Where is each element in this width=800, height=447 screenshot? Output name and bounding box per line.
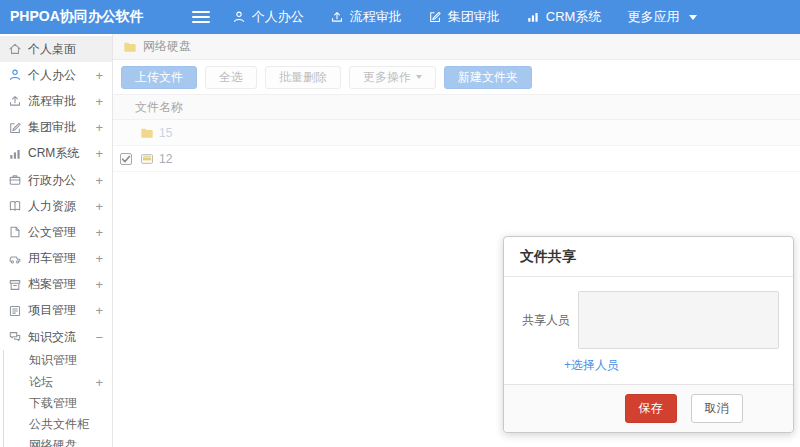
project-icon	[8, 304, 22, 318]
sidebar-subitem-label: 公共文件柜	[29, 416, 89, 433]
chat-icon	[8, 330, 22, 344]
sidebar-subitem-label: 论坛	[29, 374, 53, 391]
sidebar-item-label: 集团审批	[28, 119, 76, 136]
sidebar-item[interactable]: 流程审批 +	[0, 88, 112, 114]
file-share-dialog: 文件共享 共享人员 +选择人员 保存 取消	[503, 236, 794, 433]
sidebar-item-label: 流程审批	[28, 93, 76, 110]
topbar-nav-label: CRM系统	[546, 8, 602, 26]
sidebar-item[interactable]: 行政办公 +	[0, 167, 112, 193]
table-header: 文件名称	[113, 94, 800, 120]
topbar-nav-item[interactable]: 流程审批	[330, 8, 402, 26]
sidebar-item-label: 公文管理	[28, 224, 76, 241]
table-row[interactable]: 15	[113, 120, 800, 146]
user-icon	[232, 10, 246, 24]
topbar-nav-item[interactable]: 集团审批	[428, 8, 500, 26]
expand-toggle-icon[interactable]: −	[95, 331, 103, 344]
breadcrumb: 网络硬盘	[113, 34, 800, 60]
sidebar-subitem[interactable]: 下载管理	[4, 393, 112, 414]
sidebar-subitem-label: 网络硬盘	[29, 437, 77, 447]
dialog-title: 文件共享	[504, 237, 793, 277]
sidebar-subitem-label: 下载管理	[29, 395, 77, 412]
select-all-button[interactable]: 全选	[205, 66, 257, 89]
batch-delete-button[interactable]: 批量删除	[265, 66, 341, 89]
sidebar-subitem[interactable]: 公共文件柜	[4, 414, 112, 435]
expand-toggle-icon[interactable]: +	[95, 174, 103, 187]
expand-toggle-icon[interactable]: +	[95, 69, 103, 82]
sidebar-submenu: 知识管理 论坛 + 下载管理 公共文件柜 网络硬盘	[3, 350, 112, 447]
share-members-field[interactable]	[578, 291, 779, 349]
briefcase-icon	[8, 173, 22, 187]
file-name[interactable]: 15	[159, 126, 172, 140]
expand-toggle-icon[interactable]: +	[95, 147, 103, 160]
sidebar-subitem-label: 知识管理	[29, 352, 77, 369]
save-button[interactable]: 保存	[625, 394, 677, 423]
edit-icon	[428, 10, 442, 24]
upload-icon	[330, 10, 344, 24]
cancel-button[interactable]: 取消	[691, 394, 743, 423]
sidebar-item[interactable]: 项目管理 +	[0, 298, 112, 324]
folder-icon	[123, 40, 137, 54]
caret-down-icon	[689, 15, 697, 20]
file-icon	[139, 152, 155, 166]
sidebar-item-label: 行政办公	[28, 172, 76, 189]
edit-icon	[8, 121, 22, 135]
sidebar-item-label: 项目管理	[28, 302, 76, 319]
topbar-nav: 个人办公 流程审批 集团审批 CRM系统 更多应用	[232, 8, 698, 26]
document-icon	[8, 225, 22, 239]
sidebar-subitem[interactable]: 论坛 +	[4, 371, 112, 392]
sidebar-item[interactable]: 档案管理 +	[0, 272, 112, 298]
sidebar-item[interactable]: CRM系统 +	[0, 141, 112, 167]
expand-toggle-icon[interactable]: +	[95, 278, 103, 291]
topbar-nav-label: 集团审批	[448, 8, 500, 26]
toolbar: 上传文件 全选 批量删除 更多操作 新建文件夹	[113, 60, 800, 94]
sidebar-item-label: 个人桌面	[28, 41, 76, 58]
expand-toggle-icon[interactable]: +	[95, 95, 103, 108]
sidebar-item[interactable]: 个人桌面	[0, 36, 112, 62]
expand-toggle-icon[interactable]: +	[95, 226, 103, 239]
caret-down-icon	[416, 75, 422, 79]
sidebar-item[interactable]: 人力资源 +	[0, 193, 112, 219]
file-name[interactable]: 12	[159, 152, 172, 166]
car-icon	[8, 252, 22, 266]
sidebar-item[interactable]: 个人办公 +	[0, 62, 112, 88]
expand-toggle-icon[interactable]: +	[95, 304, 103, 317]
sidebar-item-label: 个人办公	[28, 67, 76, 84]
dialog-body: 共享人员	[504, 277, 793, 349]
topbar-nav-label: 个人办公	[252, 8, 304, 26]
topbar-nav-item[interactable]: 个人办公	[232, 8, 304, 26]
select-members-link[interactable]: +选择人员	[564, 357, 619, 374]
sidebar-subitem[interactable]: 网络硬盘	[4, 435, 112, 447]
chart-icon	[526, 10, 540, 24]
topbar-nav-item[interactable]: CRM系统	[526, 8, 602, 26]
hamburger-menu-icon[interactable]	[192, 11, 210, 23]
expand-toggle-icon[interactable]: +	[95, 200, 103, 213]
sidebar-item[interactable]: 公文管理 +	[0, 219, 112, 245]
sidebar: 个人桌面 个人办公 + 流程审批 + 集团审批 + CRM系统 + 行政办公 +…	[0, 34, 113, 447]
topbar-nav-label: 更多应用	[627, 8, 679, 26]
user-icon	[8, 68, 22, 82]
book-icon	[8, 199, 22, 213]
share-members-label: 共享人员	[518, 312, 570, 329]
chart-icon	[8, 147, 22, 161]
sidebar-subitem[interactable]: 知识管理	[4, 350, 112, 371]
folder-icon	[139, 126, 155, 140]
file-table-body: 15 12	[113, 120, 800, 172]
sidebar-item[interactable]: 用车管理 +	[0, 246, 112, 272]
upload-icon	[8, 94, 22, 108]
sidebar-item[interactable]: 集团审批 +	[0, 115, 112, 141]
home-icon	[8, 42, 22, 56]
sidebar-item-label: 知识交流	[28, 329, 76, 346]
expand-toggle-icon[interactable]: +	[95, 121, 103, 134]
row-checkbox[interactable]	[120, 153, 132, 165]
sidebar-menu: 个人桌面 个人办公 + 流程审批 + 集团审批 + CRM系统 + 行政办公 +…	[0, 34, 112, 350]
table-row[interactable]: 12	[113, 146, 800, 172]
topbar-nav-item[interactable]: 更多应用	[627, 8, 697, 26]
page: PHPOA协同办公软件 个人办公 流程审批 集团审批 CRM系统 更多应用 个人…	[0, 0, 800, 447]
expand-toggle-icon[interactable]: +	[95, 252, 103, 265]
more-actions-button[interactable]: 更多操作	[349, 66, 436, 89]
expand-toggle-icon[interactable]: +	[95, 376, 103, 389]
new-folder-button[interactable]: 新建文件夹	[444, 66, 532, 89]
sidebar-item[interactable]: 知识交流 −	[0, 324, 112, 350]
upload-file-button[interactable]: 上传文件	[121, 66, 197, 89]
topbar: PHPOA协同办公软件 个人办公 流程审批 集团审批 CRM系统 更多应用	[0, 0, 800, 34]
